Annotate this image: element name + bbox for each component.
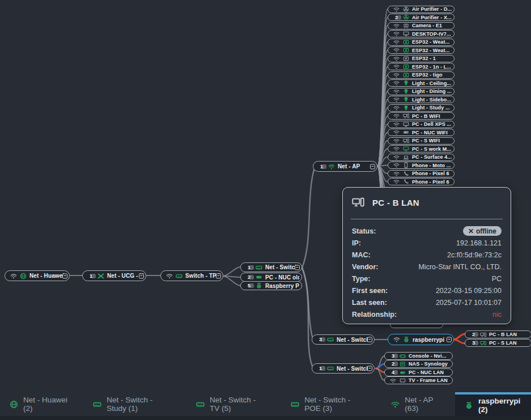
bottom-strip bbox=[0, 416, 531, 420]
bulb-icon bbox=[403, 105, 409, 111]
device-node-ap-device-6[interactable]: ESP32 - 1 bbox=[388, 55, 454, 62]
device-node-net-switch-3[interactable]: 3Net - Switch - ...− bbox=[312, 334, 375, 345]
device-node-label: PC - S LAN bbox=[489, 340, 529, 346]
status-badge: ✕offline bbox=[463, 226, 502, 236]
device-node-ap-device-8[interactable]: ESP32 - tigo bbox=[388, 71, 454, 79]
tab-net-switch-tv-5[interactable]: Net - Switch - TV (5) bbox=[186, 392, 275, 416]
device-node-label: Net - Switch - ... bbox=[265, 264, 299, 270]
collapse-toggle-button[interactable]: − bbox=[62, 273, 67, 278]
device-node-ap-device-21[interactable]: Phone - Pixel 6 bbox=[388, 178, 454, 185]
tab-net-switch-poe-3[interactable]: Net - Switch - POE (3) bbox=[281, 392, 376, 416]
tab-net-ap-63[interactable]: Net - AP (63) bbox=[381, 392, 449, 416]
device-node-pc-nuc-lan[interactable]: 4PC - NUC LAN bbox=[384, 368, 453, 376]
device-node-label: Console - Nvi... bbox=[409, 353, 450, 359]
device-node-label: PC - Surface 4... bbox=[412, 154, 452, 160]
device-node-nas-synology[interactable]: 2NAS - Synology bbox=[384, 360, 453, 368]
device-node-ap-device-4[interactable]: ESP32 - Weat... bbox=[388, 39, 454, 46]
tab-net-huawei-2[interactable]: Net - Huawei (2) bbox=[0, 392, 78, 416]
device-node-net-huawei[interactable]: Net - Huawei− bbox=[5, 270, 70, 281]
status-text: offline bbox=[476, 227, 496, 235]
chipcam-icon bbox=[403, 63, 409, 70]
collapse-toggle-button[interactable]: − bbox=[367, 366, 372, 371]
child-count-badge: 3 bbox=[469, 340, 478, 346]
globe-icon bbox=[10, 400, 18, 409]
device-node-ap-device-14[interactable]: PC - Dell XPS ... bbox=[388, 121, 454, 128]
panel-row-label: IP: bbox=[352, 239, 361, 247]
nas-icon bbox=[400, 361, 406, 367]
child-count-badge: 1 bbox=[87, 273, 95, 279]
wifi-icon bbox=[392, 63, 401, 70]
tab-label: Net - Huawei (2) bbox=[23, 396, 68, 413]
collapse-toggle-button[interactable]: − bbox=[139, 273, 144, 278]
device-node-ap-device-9[interactable]: Light - Ceiling... bbox=[388, 79, 454, 87]
topology-canvas[interactable]: Net - Huawei−1Net - UCG - Ul...−Switch -… bbox=[0, 0, 531, 392]
device-node-ap-device-1[interactable]: 2Air Purifier - X... bbox=[388, 14, 454, 21]
device-node-net-switch-study[interactable]: 1Net - Switch - ...− bbox=[240, 262, 302, 272]
device-node-label: PC - S work M... bbox=[412, 146, 452, 152]
chipcam-icon bbox=[403, 47, 409, 53]
device-node-net-ucg[interactable]: 1Net - UCG - Ul...− bbox=[82, 270, 146, 281]
device-node-ap-device-5[interactable]: ESP32 - Weat... bbox=[388, 46, 454, 54]
child-count-badge: 4 bbox=[389, 370, 397, 375]
raspberry-icon bbox=[256, 282, 262, 289]
device-node-ap-device-13[interactable]: PC - B WIFI bbox=[388, 112, 454, 120]
device-node-pc-nuc-old[interactable]: 2PC - NUC old bbox=[240, 273, 302, 282]
panel-row-value: Micro-Star INTL CO., LTD. bbox=[418, 263, 502, 271]
device-node-label: ESP32 - 1n - L... bbox=[412, 64, 452, 70]
device-node-ap-device-15[interactable]: PC - NUC WIFI bbox=[388, 129, 454, 136]
device-node-label: Net - AP bbox=[338, 163, 375, 169]
collapse-toggle-button[interactable]: − bbox=[216, 273, 221, 278]
panel-row: First seen:2022-03-15 09:25:00 bbox=[343, 285, 511, 296]
child-count-badge: 1 bbox=[317, 164, 326, 169]
device-node-label: PC - B LAN bbox=[489, 332, 529, 337]
device-node-raspberrypi[interactable]: raspberrypi− bbox=[388, 334, 454, 345]
tab-raspberrypi-2[interactable]: raspberrypi (2) bbox=[455, 392, 531, 416]
panel-row: Last seen:2025-07-17 10:01:07 bbox=[343, 296, 511, 308]
device-node-ap-device-0[interactable]: Air Purifier - D... bbox=[388, 6, 454, 13]
wifi-icon bbox=[392, 171, 401, 177]
child-count-badge: 5 bbox=[245, 283, 253, 289]
collapse-toggle-button[interactable]: − bbox=[295, 265, 300, 270]
device-node-label: Phone - Moto ... bbox=[412, 163, 452, 168]
tab-spacer bbox=[78, 392, 83, 416]
device-node-label: PC - Dell XPS ... bbox=[412, 121, 452, 127]
device-node-ap-device-3[interactable]: DESKTOP-IV7... bbox=[388, 30, 454, 37]
wifi-icon bbox=[392, 138, 401, 144]
collapse-toggle-button[interactable]: − bbox=[370, 164, 375, 169]
device-node-label: ESP32 - 1 bbox=[412, 56, 452, 61]
device-node-ap-device-7[interactable]: ESP32 - 1n - L... bbox=[388, 63, 454, 70]
collapse-toggle-button[interactable]: − bbox=[367, 337, 372, 342]
switch-icon bbox=[327, 336, 334, 343]
device-node-ap-device-10[interactable]: Light - Dining ... bbox=[388, 88, 454, 95]
device-node-label: PC - NUC WIFI bbox=[412, 130, 452, 135]
device-node-ap-device-16[interactable]: PC - S WIFI bbox=[388, 137, 454, 145]
device-node-ap-device-11[interactable]: Light - Sidebo... bbox=[388, 96, 454, 103]
device-node-ap-device-18[interactable]: PC - Surface 4... bbox=[388, 154, 454, 161]
tv-icon bbox=[400, 377, 406, 384]
nuc-icon bbox=[256, 274, 262, 281]
device-node-ap-device-2[interactable]: Camera - E1 bbox=[388, 22, 454, 29]
device-node-label: Air Purifier - D... bbox=[412, 6, 452, 12]
device-node-net-ap[interactable]: 1Net - AP− bbox=[313, 161, 377, 172]
device-node-pc-s-lan[interactable]: 3PC - S LAN bbox=[465, 339, 531, 347]
device-node-raspberry-pi-top[interactable]: 5Raspberry Pi ... bbox=[240, 281, 302, 290]
device-node-ap-device-20[interactable]: Phone - Pixel 6 bbox=[388, 170, 454, 177]
device-node-ap-device-19[interactable]: Phone - Moto ... bbox=[388, 162, 454, 169]
device-node-net-switch-1[interactable]: 1Net - Switch - ...− bbox=[312, 363, 375, 374]
device-node-pc-b-lan[interactable]: 2PC - B LAN bbox=[465, 330, 531, 338]
raspberry-icon bbox=[465, 401, 473, 410]
device-node-switch-tp[interactable]: Switch - TP li...− bbox=[160, 270, 223, 281]
device-node-ap-device-12[interactable]: Light - Study ... bbox=[388, 104, 454, 112]
panel-row-label: First seen: bbox=[352, 287, 388, 295]
panel-title: PC - B LAN bbox=[372, 198, 419, 207]
device-node-label: Phone - Pixel 6 bbox=[412, 179, 452, 185]
device-node-ap-device-17[interactable]: PC - S work M... bbox=[388, 145, 454, 152]
tab-net-switch-study-1[interactable]: Net - Switch - Study (1) bbox=[83, 392, 181, 416]
monitor-icon bbox=[403, 121, 409, 128]
collapse-toggle-button[interactable]: − bbox=[447, 337, 452, 342]
device-detail-panel: PC - B LAN Status:✕offlineIP:192.168.1.1… bbox=[342, 187, 511, 324]
device-node-console-nvidia[interactable]: 3Console - Nvi... bbox=[384, 352, 453, 360]
wifi-icon bbox=[392, 179, 401, 185]
panel-row: MAC:2c:f0:5d:9e:73:2c bbox=[343, 249, 511, 261]
device-node-tv-frame-lan[interactable]: TV - Frame LAN bbox=[384, 376, 453, 384]
